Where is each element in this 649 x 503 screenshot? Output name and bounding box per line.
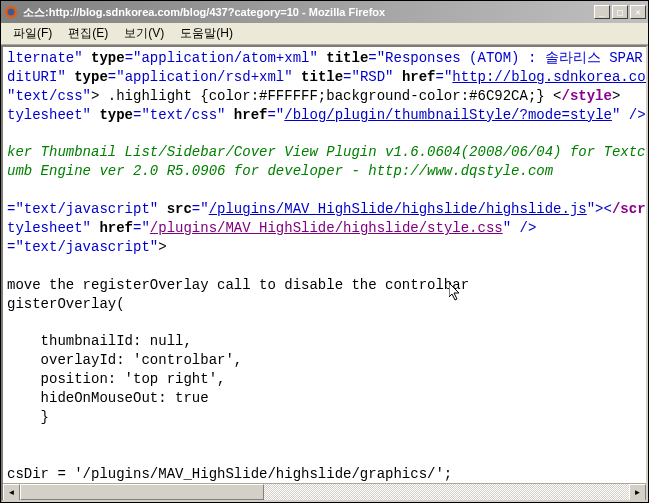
horizontal-scrollbar[interactable]: ◄ ►: [3, 483, 646, 500]
menubar: 파일(F) 편집(E) 보기(V) 도움말(H): [1, 23, 648, 45]
titlebar: 소스:http://blog.sdnkorea.com/blog/437?cat…: [1, 1, 648, 23]
scroll-thumb[interactable]: [20, 484, 264, 500]
menu-edit[interactable]: 편집(E): [60, 23, 116, 44]
scroll-right-button[interactable]: ►: [629, 484, 646, 501]
scroll-left-button[interactable]: ◄: [3, 484, 20, 501]
scroll-track[interactable]: [20, 484, 629, 500]
svg-point-1: [8, 9, 15, 16]
firefox-icon: [3, 4, 19, 20]
close-button[interactable]: ✕: [630, 5, 646, 19]
maximize-button[interactable]: □: [612, 5, 628, 19]
menu-file[interactable]: 파일(F): [5, 23, 60, 44]
window-title: 소스:http://blog.sdnkorea.com/blog/437?cat…: [23, 5, 594, 20]
source-view[interactable]: lternate" type="application/atom+xml" ti…: [3, 47, 646, 483]
menu-view[interactable]: 보기(V): [116, 23, 172, 44]
minimize-button[interactable]: _: [594, 5, 610, 19]
menu-help[interactable]: 도움말(H): [172, 23, 241, 44]
